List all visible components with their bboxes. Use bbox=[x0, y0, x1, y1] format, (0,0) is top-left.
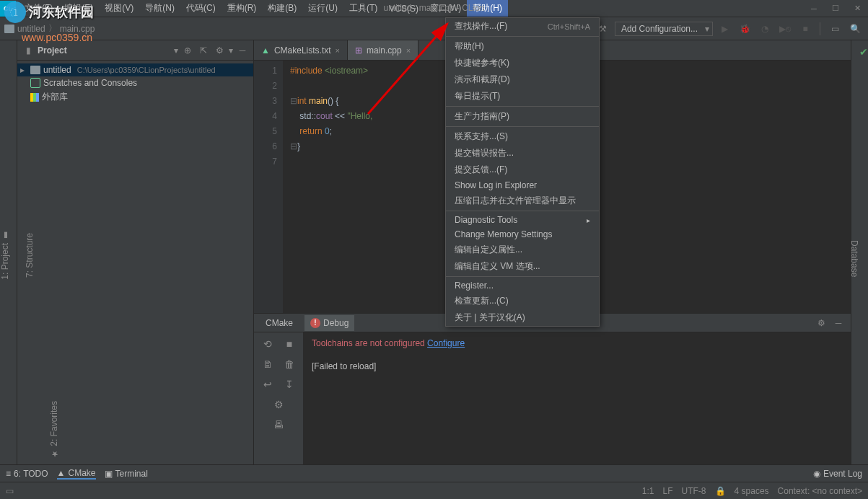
sidebar-tab-database[interactable]: Database bbox=[849, 53, 859, 464]
watermark-icon: ➊ bbox=[4, 1, 26, 23]
status-line-ending[interactable]: LF bbox=[663, 486, 673, 496]
help-menu-item[interactable]: 提交反馈...(F) bbox=[446, 162, 599, 178]
folder-icon bbox=[4, 25, 14, 33]
status-cursor-pos[interactable]: 1:1 bbox=[642, 486, 654, 496]
collapse-icon[interactable]: ⇱ bbox=[197, 44, 210, 57]
bottom-tab-terminal[interactable]: ▣ Terminal bbox=[105, 469, 148, 479]
stop-icon[interactable]: ■ bbox=[797, 20, 814, 37]
bottom-tab-eventlog[interactable]: ◉ Event Log bbox=[813, 469, 862, 479]
help-menu-item[interactable]: 编辑自定义 VM 选项... bbox=[446, 258, 599, 275]
debug-side-toolbar: ⟲ ■ 🗎 🗑 ↩ ↧ ⚙ 🖶 bbox=[254, 332, 303, 464]
help-menu-item[interactable]: 演示和截屏(D) bbox=[446, 71, 599, 88]
debug-tab-debug[interactable]: ! Debug bbox=[304, 315, 354, 331]
status-context[interactable]: Context: <no context> bbox=[778, 486, 862, 496]
tree-scratches[interactable]: Scratches and Consoles bbox=[17, 76, 253, 89]
status-msg-icon[interactable]: ▭ bbox=[6, 486, 14, 496]
settings-icon[interactable]: ⚙ bbox=[815, 317, 828, 330]
inspection-ok-icon[interactable]: ✔ bbox=[859, 46, 868, 58]
close-tab-icon[interactable]: × bbox=[336, 46, 340, 55]
help-menu-item[interactable]: 关于 | 关于汉化(A) bbox=[446, 309, 599, 326]
folder-icon bbox=[30, 66, 40, 74]
debug-icon[interactable]: 🐞 bbox=[736, 20, 753, 37]
debug-output[interactable]: Toolchains are not configured Configure … bbox=[303, 332, 851, 464]
stop-icon[interactable]: ■ bbox=[282, 337, 297, 351]
gear-icon[interactable]: ⚙ bbox=[271, 397, 286, 412]
watermark-url: www.pc0359.cn bbox=[22, 32, 92, 43]
maximize-button[interactable]: ☐ bbox=[825, 0, 846, 17]
run-config-selector[interactable]: Add Configuration... bbox=[615, 22, 713, 36]
sidebar-tab-project[interactable]: 1: Project ▮ bbox=[0, 231, 10, 280]
status-readonly-icon[interactable]: 🔒 bbox=[715, 486, 726, 496]
help-menu-item[interactable]: 每日提示(T) bbox=[446, 88, 599, 105]
hide-panel-icon[interactable]: ─ bbox=[236, 44, 249, 57]
trash-icon[interactable]: 🗑 bbox=[282, 357, 297, 371]
menu-refactor[interactable]: 重构(R) bbox=[222, 0, 263, 17]
scratch-icon bbox=[30, 78, 40, 88]
menu-build[interactable]: 构建(B) bbox=[262, 0, 302, 17]
help-menu-item[interactable]: Change Memory Settings bbox=[446, 227, 599, 242]
expand-icon[interactable]: ▸ bbox=[20, 65, 27, 75]
help-menu-item[interactable]: 联系支持...(S) bbox=[446, 128, 599, 145]
project-panel-header: ▮ Project ▾ ⊕ ⇱ ⚙ ▾ ─ bbox=[17, 40, 253, 61]
status-bar: ▭ 1:1 LF UTF-8 🔒 4 spaces Context: <no c… bbox=[0, 482, 868, 499]
run-icon[interactable]: ▶ bbox=[716, 20, 733, 37]
open-cmake-icon[interactable]: 🗎 bbox=[260, 357, 275, 371]
left-tool-strip: 1: Project ▮ 7: Structure ★ 2: Favorites bbox=[0, 40, 17, 464]
line-numbers: 123 456 7 bbox=[254, 61, 283, 313]
window-controls: ─ ☐ ✕ bbox=[803, 0, 868, 17]
help-menu-item[interactable]: 查找操作...(F)Ctrl+Shift+A bbox=[446, 18, 599, 35]
close-button[interactable]: ✕ bbox=[846, 0, 868, 17]
sidebar-tab-favorites[interactable]: ★ 2: Favorites bbox=[49, 401, 59, 459]
attach-icon[interactable]: ▶⎋ bbox=[776, 20, 794, 37]
help-menu-item[interactable]: 提交错误报告... bbox=[446, 145, 599, 162]
search-icon[interactable]: 🔍 bbox=[846, 20, 864, 37]
menu-code[interactable]: 代码(C) bbox=[180, 0, 222, 17]
print-icon[interactable]: 🖶 bbox=[271, 418, 286, 432]
close-tab-icon[interactable]: × bbox=[406, 46, 411, 55]
cpp-icon: ⊞ bbox=[355, 45, 362, 56]
tree-external-libs[interactable]: 外部库 bbox=[17, 89, 253, 105]
sidebar-tab-structure[interactable]: 7: Structure bbox=[25, 233, 35, 278]
settings-icon[interactable]: ⚙ bbox=[213, 44, 226, 57]
configure-link[interactable]: Configure bbox=[427, 338, 465, 348]
help-menu-item[interactable]: 生产力指南(P) bbox=[446, 108, 599, 125]
scroll-from-source-icon[interactable]: ⊕ bbox=[181, 44, 194, 57]
profile-icon[interactable]: ◔ bbox=[756, 20, 773, 37]
help-menu-item[interactable]: 帮助(H) bbox=[446, 38, 599, 55]
menu-run[interactable]: 运行(U) bbox=[302, 0, 343, 17]
layout-icon[interactable]: ▭ bbox=[826, 20, 843, 37]
help-menu-item[interactable]: Register... bbox=[446, 278, 599, 293]
minimize-button[interactable]: ─ bbox=[803, 0, 825, 17]
reload-icon[interactable]: ⟲ bbox=[260, 337, 275, 351]
help-menu-item[interactable]: 压缩日志并在文件管理器中显示 bbox=[446, 193, 599, 209]
tab-cmakelists[interactable]: ▲ CMakeLists.txt × bbox=[254, 40, 348, 60]
help-menu-item[interactable]: 检查更新...(C) bbox=[446, 293, 599, 309]
main-area: 1: Project ▮ 7: Structure ★ 2: Favorites… bbox=[0, 40, 868, 464]
right-tool-strip: ✔ Database bbox=[851, 40, 868, 464]
help-menu-item[interactable]: 编辑自定义属性... bbox=[446, 242, 599, 258]
status-indent[interactable]: 4 spaces bbox=[735, 486, 769, 496]
watermark: ➊ 河东软件园 bbox=[4, 1, 94, 23]
cmake-icon: ▲ bbox=[261, 45, 270, 56]
menu-view[interactable]: 视图(V) bbox=[99, 0, 139, 17]
menu-navigate[interactable]: 导航(N) bbox=[139, 0, 180, 17]
help-menu-item[interactable]: Show Log in Explorer bbox=[446, 178, 599, 193]
project-icon: ▮ bbox=[22, 44, 35, 57]
hide-panel-icon[interactable]: ─ bbox=[832, 317, 845, 330]
menu-tools[interactable]: 工具(T) bbox=[343, 0, 383, 17]
window-title: untitled - main.cpp - CLion bbox=[383, 3, 484, 13]
bottom-toolbar: ≡ 6: TODO ▲ CMake ▣ Terminal ◉ Event Log bbox=[0, 464, 868, 482]
status-encoding[interactable]: UTF-8 bbox=[682, 486, 706, 496]
bottom-tab-cmake[interactable]: ▲ CMake bbox=[57, 468, 96, 480]
debug-tab-cmake[interactable]: CMake bbox=[260, 315, 299, 331]
error-icon: ! bbox=[310, 318, 320, 328]
help-menu-item[interactable]: Diagnostic Tools bbox=[446, 213, 599, 227]
scroll-icon[interactable]: ↧ bbox=[282, 377, 297, 392]
bottom-tool-window: CMake ! Debug ⚙ ─ ⟲ ■ 🗎 bbox=[254, 313, 851, 464]
help-menu-item[interactable]: 快捷键参考(K) bbox=[446, 55, 599, 71]
bottom-tab-todo[interactable]: ≡ 6: TODO bbox=[6, 469, 48, 479]
tab-maincpp[interactable]: ⊞ main.cpp × bbox=[348, 40, 418, 60]
tree-root-folder[interactable]: ▸ untitled C:\Users\pc0359\CLionProjects… bbox=[17, 63, 253, 76]
wrap-icon[interactable]: ↩ bbox=[260, 377, 275, 392]
library-icon bbox=[30, 93, 39, 102]
